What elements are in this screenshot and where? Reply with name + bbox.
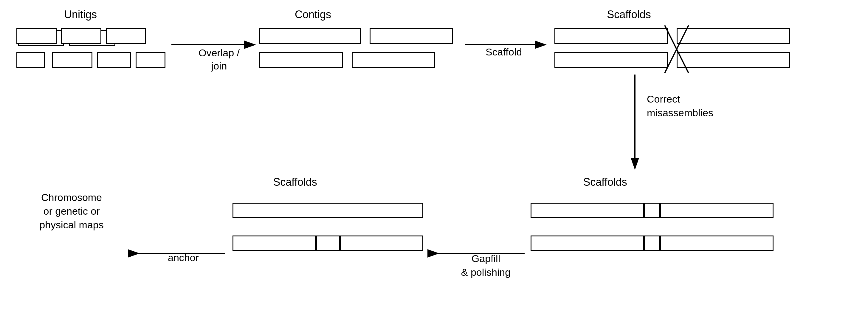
contig-3: [259, 52, 343, 68]
scaffold-br-2-gap: [644, 235, 660, 251]
scaffold-br-1-left: [531, 203, 644, 218]
contig-1: [259, 28, 361, 44]
scaffold-bl-1: [232, 203, 423, 218]
unitig-r2-3: [97, 52, 131, 68]
scaffold-br-1-gap: [644, 203, 660, 218]
unitig-r1-3: [106, 28, 146, 44]
misassembly-cross: [665, 25, 688, 73]
correct-misassemblies-label: Correctmisassemblies: [647, 92, 760, 120]
scaffold-bl-2-right: [340, 235, 423, 251]
scaffold-br-1-right: [660, 203, 774, 218]
unitigs-label: Unitigs: [24, 8, 137, 21]
anchor-label: anchor: [151, 252, 216, 263]
diagram: Unitigs Overlap /join Contigs: [0, 0, 868, 316]
contig-4: [352, 52, 435, 68]
chromosome-label: Chromosomeor genetic orphysical maps: [9, 191, 134, 232]
correct-misassemblies-arrow: [626, 74, 644, 170]
scaffold-tr-2: [677, 28, 790, 44]
scaffold-label: Scaffold: [474, 46, 533, 58]
unitig-r2-1: [17, 52, 45, 68]
scaffold-br-2-right: [660, 235, 774, 251]
scaffolds-bottom-left-label: Scaffolds: [232, 176, 358, 188]
scaffold-bl-2-left: [232, 235, 316, 251]
scaffolds-top-label: Scaffolds: [554, 8, 704, 21]
gapfill-label: Gapfill& polishing: [444, 252, 528, 279]
scaffold-tr-1: [554, 28, 668, 44]
scaffold-br-2-left: [531, 235, 644, 251]
scaffold-tr-4: [677, 52, 790, 68]
scaffold-bl-2-gap: [316, 235, 340, 251]
unitig-r2-2: [52, 52, 92, 68]
unitig-r1-1: [17, 28, 57, 44]
unitig-r2-4: [135, 52, 165, 68]
overlap-join-label: Overlap /join: [185, 46, 253, 72]
scaffolds-bottom-right-label: Scaffolds: [531, 176, 680, 188]
unitig-r1-2: [61, 28, 101, 44]
scaffold-tr-3: [554, 52, 668, 68]
contigs-label: Contigs: [259, 8, 367, 21]
contig-2: [370, 28, 453, 44]
